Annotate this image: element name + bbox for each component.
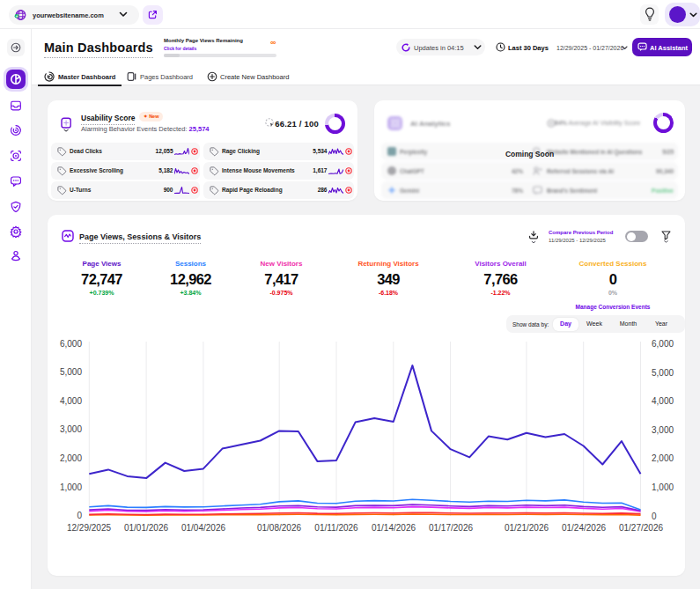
svg-text:+: +: [15, 13, 18, 18]
